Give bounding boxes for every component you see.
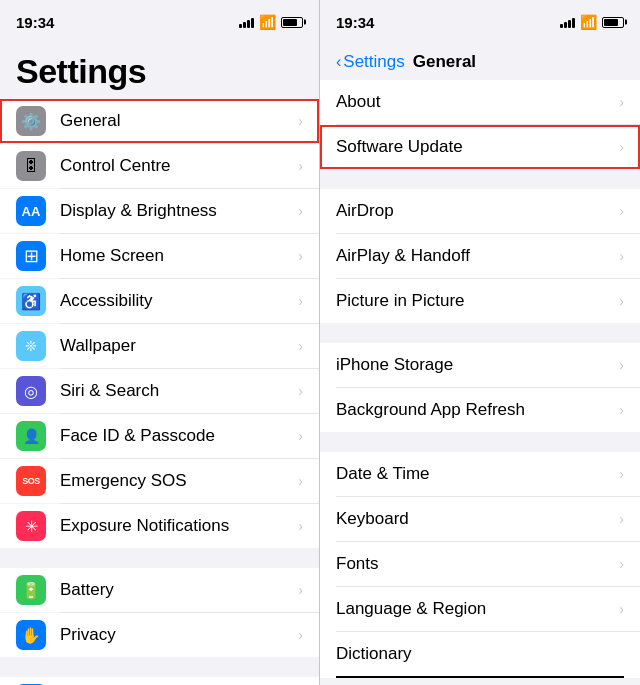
sidebar-item-app-store[interactable]: A App Store › — [0, 677, 319, 685]
general-item-software-update[interactable]: Software Update › — [320, 125, 640, 169]
right-signal-icon — [560, 16, 575, 28]
picture-in-picture-label: Picture in Picture — [336, 291, 619, 311]
dictionary-label: Dictionary — [336, 644, 624, 664]
battery-row-icon: 🔋 — [16, 575, 46, 605]
accessibility-icon: ♿ — [16, 286, 46, 316]
exposure-icon: ✳ — [16, 511, 46, 541]
general-item-about[interactable]: About › — [320, 80, 640, 124]
right-nav-row: ‹ Settings General — [320, 44, 640, 80]
keyboard-label: Keyboard — [336, 509, 619, 529]
wallpaper-label: Wallpaper — [60, 336, 290, 356]
home-screen-icon: ⊞ — [16, 241, 46, 271]
siri-label: Siri & Search — [60, 381, 290, 401]
general-icon: ⚙️ — [16, 106, 46, 136]
general-item-fonts[interactable]: Fonts › — [320, 542, 640, 586]
sidebar-item-face-id[interactable]: 👤 Face ID & Passcode › — [0, 414, 319, 458]
right-title: General — [413, 52, 476, 72]
airplay-handoff-label: AirPlay & Handoff — [336, 246, 619, 266]
sidebar-item-siri[interactable]: ◎ Siri & Search › — [0, 369, 319, 413]
sidebar-item-home-screen[interactable]: ⊞ Home Screen › — [0, 234, 319, 278]
sidebar-item-battery[interactable]: 🔋 Battery › — [0, 568, 319, 612]
signal-icon — [239, 16, 254, 28]
right-settings-list: About › Software Update › AirDrop › AirP… — [320, 80, 640, 685]
face-id-label: Face ID & Passcode — [60, 426, 290, 446]
sidebar-item-accessibility[interactable]: ♿ Accessibility › — [0, 279, 319, 323]
airdrop-label: AirDrop — [336, 201, 619, 221]
right-battery-icon — [602, 17, 624, 28]
control-centre-label: Control Centre — [60, 156, 290, 176]
general-item-picture-in-picture[interactable]: Picture in Picture › — [320, 279, 640, 323]
left-time: 19:34 — [16, 14, 54, 31]
face-id-icon: 👤 — [16, 421, 46, 451]
sidebar-item-exposure[interactable]: ✳ Exposure Notifications › — [0, 504, 319, 548]
right-time: 19:34 — [336, 14, 374, 31]
back-arrow-icon: ‹ — [336, 53, 341, 71]
general-label: General — [60, 111, 290, 131]
about-label: About — [336, 92, 619, 112]
battery-icon — [281, 17, 303, 28]
sidebar-item-privacy[interactable]: ✋ Privacy › — [0, 613, 319, 657]
back-button[interactable]: Settings — [343, 52, 404, 72]
display-brightness-label: Display & Brightness — [60, 201, 290, 221]
wallpaper-icon: ❊ — [16, 331, 46, 361]
left-status-icons: 📶 — [239, 14, 303, 30]
general-item-airdrop[interactable]: AirDrop › — [320, 189, 640, 233]
general-item-keyboard[interactable]: Keyboard › — [320, 497, 640, 541]
accessibility-label: Accessibility — [60, 291, 290, 311]
sidebar-item-wallpaper[interactable]: ❊ Wallpaper › — [0, 324, 319, 368]
fonts-label: Fonts — [336, 554, 619, 574]
privacy-label: Privacy — [60, 625, 290, 645]
privacy-icon: ✋ — [16, 620, 46, 650]
emergency-sos-icon: SOS — [16, 466, 46, 496]
date-time-label: Date & Time — [336, 464, 619, 484]
control-centre-icon: 🎛 — [16, 151, 46, 181]
general-item-iphone-storage[interactable]: iPhone Storage › — [320, 343, 640, 387]
right-status-bar: 19:34 📶 — [320, 0, 640, 44]
left-settings-list: ⚙️ General › 🎛 Control Centre › AA Displ… — [0, 99, 319, 685]
sidebar-item-display-brightness[interactable]: AA Display & Brightness › — [0, 189, 319, 233]
right-status-icons: 📶 — [560, 14, 624, 30]
sidebar-item-general[interactable]: ⚙️ General › — [0, 99, 319, 143]
general-item-language-region[interactable]: Language & Region › — [320, 587, 640, 631]
sidebar-item-control-centre[interactable]: 🎛 Control Centre › — [0, 144, 319, 188]
right-panel: 19:34 📶 ‹ Settings General About › — [320, 0, 640, 685]
home-screen-label: Home Screen — [60, 246, 290, 266]
left-status-bar: 19:34 📶 — [0, 0, 319, 44]
left-title: Settings — [16, 52, 146, 90]
general-item-date-time[interactable]: Date & Time › — [320, 452, 640, 496]
sidebar-item-emergency-sos[interactable]: SOS Emergency SOS › — [0, 459, 319, 503]
general-item-dictionary[interactable]: Dictionary — [320, 632, 640, 676]
emergency-sos-label: Emergency SOS — [60, 471, 290, 491]
general-item-airplay-handoff[interactable]: AirPlay & Handoff › — [320, 234, 640, 278]
siri-icon: ◎ — [16, 376, 46, 406]
iphone-storage-label: iPhone Storage — [336, 355, 619, 375]
general-item-background-refresh[interactable]: Background App Refresh › — [320, 388, 640, 432]
battery-label: Battery — [60, 580, 290, 600]
exposure-label: Exposure Notifications — [60, 516, 290, 536]
wifi-icon: 📶 — [259, 14, 276, 30]
right-wifi-icon: 📶 — [580, 14, 597, 30]
general-chevron: › — [298, 113, 303, 129]
left-panel: 19:34 📶 Settings ⚙️ General › — [0, 0, 320, 685]
display-brightness-icon: AA — [16, 196, 46, 226]
language-region-label: Language & Region — [336, 599, 619, 619]
software-update-label: Software Update — [336, 137, 619, 157]
background-refresh-label: Background App Refresh — [336, 400, 619, 420]
left-screen-header: Settings — [0, 44, 319, 99]
